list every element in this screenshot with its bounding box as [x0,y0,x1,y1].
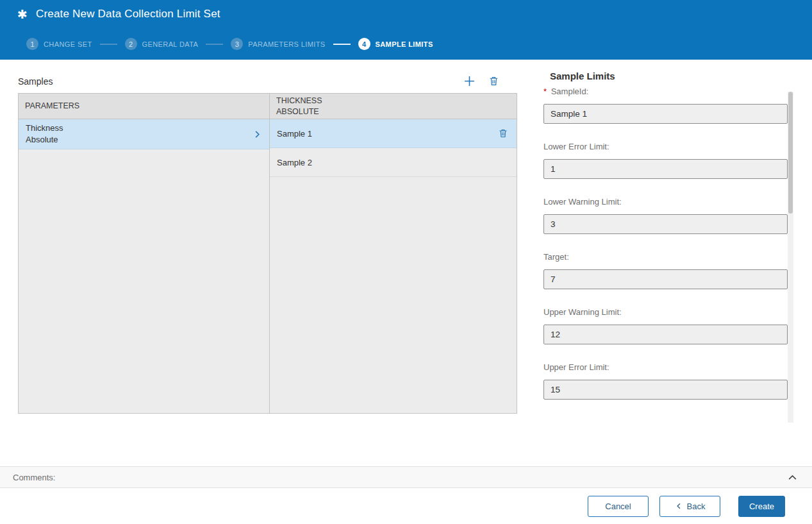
chevron-right-icon [253,130,262,139]
sample-limits-panel: Sample Limits * SampleId: Lower Error Li… [543,60,788,418]
step-3-circle: 3 [231,38,243,50]
samples-title: Samples [18,76,53,89]
step-4-circle: 4 [358,38,370,50]
step-sample-limits[interactable]: 4 SAMPLE LIMITS [358,38,433,50]
step-2-circle: 2 [125,38,137,50]
parameters-column-header: PARAMETERS [19,94,269,119]
wizard-stepper: 1 CHANGE SET 2 GENERAL DATA 3 PARAMETERS… [0,28,812,60]
parameter-row-thickness-absolute[interactable]: Thickness Absolute [19,119,269,149]
step-3-label: PARAMETERS LIMITS [248,40,325,48]
cancel-button-label: Cancel [605,502,631,511]
field-label: Lower Error Limit: [543,142,788,151]
row-delete-button[interactable] [497,127,510,140]
step-change-set[interactable]: 1 CHANGE SET [26,38,92,50]
upper-error-limit-input[interactable] [543,380,788,400]
parameters-column: PARAMETERS Thickness Absolute [19,94,270,413]
back-button-label: Back [687,502,706,511]
target-input[interactable] [543,269,788,289]
step-2-label: GENERAL DATA [142,40,199,48]
samples-actions [462,74,517,89]
delete-sample-button[interactable] [487,74,501,88]
lower-warning-limit-input[interactable] [543,214,788,234]
sample-label: Sample 1 [277,129,312,139]
sample-id-input[interactable] [543,104,788,124]
field-label: * SampleId: [543,87,788,96]
step-general-data[interactable]: 2 GENERAL DATA [125,38,199,50]
lower-error-limit-input[interactable] [543,159,788,179]
field-label: Upper Error Limit: [543,362,788,372]
step-1-label: CHANGE SET [44,40,92,48]
field-label: Upper Warning Limit: [543,307,788,317]
add-sample-button[interactable] [462,74,477,89]
field-lower-error-limit: Lower Error Limit: [543,142,788,179]
field-label: Lower Warning Limit: [543,197,788,207]
main-content: Samples PARAM [0,60,812,466]
field-upper-error-limit: Upper Error Limit: [543,362,788,400]
step-connector [206,44,223,45]
comments-label: Comments: [13,473,55,482]
create-button-label: Create [749,502,774,511]
samples-column-header: THICKNESS ABSOLUTE [270,94,517,119]
step-1-circle: 1 [26,38,38,50]
samples-table: PARAMETERS Thickness Absolute THICKNESS … [18,93,517,414]
page-title: Create New Data Collection Limit Set [36,8,220,21]
create-button[interactable]: Create [738,496,785,517]
field-lower-warning-limit: Lower Warning Limit: [543,197,788,234]
step-connector [100,44,117,45]
samples-toolbar: Samples [18,60,517,93]
samples-empty-area [270,177,517,413]
sample-row-1[interactable]: Sample 1 [270,119,517,148]
upper-warning-limit-input[interactable] [543,325,788,344]
required-asterisk: * [543,87,547,96]
field-upper-warning-limit: Upper Warning Limit: [543,307,788,344]
comments-bar: Comments: [0,466,812,488]
back-button[interactable]: Back [659,496,720,517]
step-connector [333,44,351,45]
footer-actions: Cancel Back Create [0,488,812,524]
panel-title: Sample Limits [550,71,788,81]
parameters-empty-area [19,149,269,413]
plus-icon [463,75,476,87]
parameter-label: Thickness Absolute [26,123,63,145]
app-window: ✱ Create New Data Collection Limit Set 1… [0,0,812,524]
chevron-left-icon [675,502,683,510]
field-label-text: SampleId: [551,87,589,96]
cancel-button[interactable]: Cancel [588,496,649,517]
app-asterisk-icon: ✱ [17,8,28,21]
form-scrollbar[interactable] [788,92,793,423]
step-parameters-limits[interactable]: 3 PARAMETERS LIMITS [231,38,325,50]
field-sample-id: * SampleId: [543,87,788,124]
step-4-label: SAMPLE LIMITS [376,40,433,48]
comments-expand-button[interactable] [786,471,799,484]
field-label: Target: [543,252,788,262]
samples-section: Samples PARAM [18,60,517,414]
trash-icon [498,128,508,139]
sample-label: Sample 2 [277,158,312,167]
field-target: Target: [543,252,788,289]
app-header: ✱ Create New Data Collection Limit Set [0,0,812,28]
form-scrollbar-thumb[interactable] [788,92,793,214]
sample-row-2[interactable]: Sample 2 [270,148,517,177]
trash-icon [488,76,499,87]
chevron-up-icon [787,472,798,483]
samples-column: THICKNESS ABSOLUTE Sample 1 Sample 2 [270,94,517,413]
